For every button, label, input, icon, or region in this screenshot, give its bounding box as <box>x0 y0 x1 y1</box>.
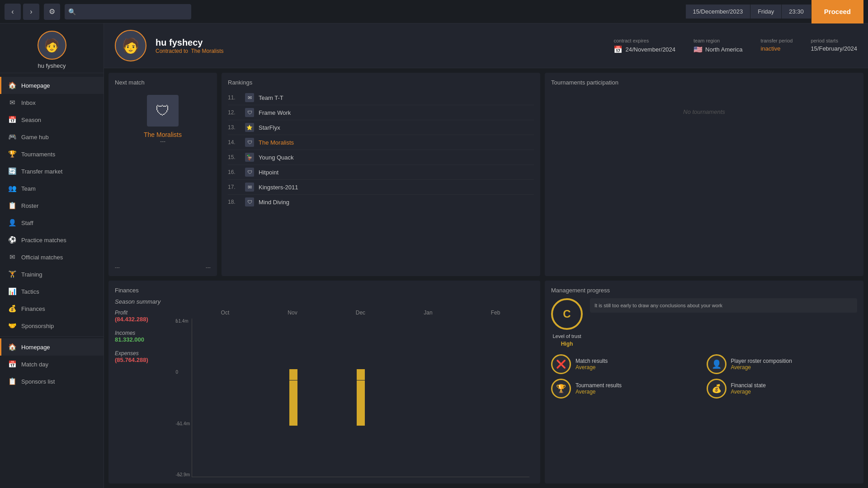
meta-contract-value: 📅 24/November/2024 <box>613 45 675 54</box>
sidebar-item-practice[interactable]: ⚽ Practice matches <box>0 231 104 249</box>
ranking-row: 16. 🛡 Hitpoint <box>228 165 534 180</box>
date-display: 15/December/2023 <box>686 5 751 19</box>
match-results-label: Match results <box>576 358 608 364</box>
tournament-info: Tournament results Average <box>576 382 622 395</box>
proceed-button[interactable]: Proceed <box>811 0 863 23</box>
tournaments-icon: 🏆 <box>8 150 17 159</box>
sidebar-item-homepage[interactable]: 🏠 Homepage <box>0 77 104 94</box>
tournament-label: Tournament results <box>576 382 622 389</box>
matchday-icon: 📅 <box>8 360 17 369</box>
income-bar <box>289 369 297 380</box>
finances-card: Finances Season summary Profit (84.432.2… <box>108 281 540 484</box>
rank-name: StarFlyx <box>259 124 534 131</box>
management-card: Management progress C Level of trust Hig… <box>545 281 863 484</box>
rankings-card: Rankings 11. ✉ Team T-T 12. 🛡 Frame Work… <box>222 73 540 276</box>
sidebar-item-tournaments[interactable]: 🏆 Tournaments <box>0 145 104 163</box>
time-display: 23:30 <box>782 5 811 19</box>
sidebar-item-official[interactable]: ✉ Official matches <box>0 249 104 266</box>
sidebar-label-sponsorship: Sponsorship <box>21 323 54 329</box>
rank-num: 11. <box>228 94 241 101</box>
sidebar-item-season[interactable]: 📅 Season <box>0 111 104 128</box>
sidebar-label-tactics: Tactics <box>21 288 39 295</box>
trust-circle: C <box>551 298 583 330</box>
dashboard: Next match 🛡 The Moralists --- --- --- R… <box>104 68 868 488</box>
trust-letter: C <box>563 308 571 320</box>
chart-bars <box>192 319 529 478</box>
sidebar-item-transfer[interactable]: 🔄 Transfer market <box>0 163 104 180</box>
expense-bar <box>357 380 365 426</box>
management-top: C Level of trust High It is still too ea… <box>551 298 857 347</box>
official-icon: ✉ <box>8 253 17 262</box>
sidebar-label-practice: Practice matches <box>21 237 66 244</box>
ranking-row: 13. ⭐ StarFlyx <box>228 120 534 135</box>
sidebar-item-matchday[interactable]: 📅 Match day <box>0 356 104 373</box>
sidebar-item-tactics[interactable]: 📊 Tactics <box>0 283 104 300</box>
match-score: --- <box>115 138 211 145</box>
rank-num: 14. <box>228 139 241 145</box>
search-input[interactable] <box>65 4 191 19</box>
season-summary-title: Season summary <box>115 298 534 305</box>
rank-icon: 🦆 <box>245 153 254 162</box>
profile-header: 🧑 hu fyshecy Contracted to The Moralists… <box>104 23 868 68</box>
sidebar: 🧑 hu fyshecy 🏠 Homepage ✉ Inbox 📅 Season… <box>0 23 104 488</box>
forward-button[interactable]: › <box>23 4 39 20</box>
sidebar-item-staff[interactable]: 👤 Staff <box>0 214 104 231</box>
sidebar-label-homepage: Homepage <box>21 82 50 89</box>
sidebar-item-sponsorship[interactable]: 🤝 Sponsorship <box>0 317 104 334</box>
sidebar-item-finances[interactable]: 💰 Finances <box>0 300 104 317</box>
ranking-row: 18. 🛡 Mind Diving <box>228 195 534 209</box>
sidebar-label-homepage2: Homepage <box>21 344 50 351</box>
rank-icon: 🛡 <box>245 108 254 117</box>
rank-icon: 🛡 <box>245 197 254 206</box>
mgmt-match-results: ❌ Match results Average <box>551 354 702 374</box>
chart-area: Oct Nov Dec Jan Feb ɓ1.4m 0 -ɓ1.4m -ɓ2. <box>187 310 534 478</box>
rank-name: Young Quack <box>259 154 534 161</box>
sidebar-item-sponsors[interactable]: 📋 Sponsors list <box>0 373 104 390</box>
back-button[interactable]: ‹ <box>5 4 21 20</box>
sidebar-label-team: Team <box>21 185 36 192</box>
sidebar-label-finances: Finances <box>21 305 45 312</box>
sidebar-item-roster[interactable]: 📋 Roster <box>0 197 104 214</box>
expense-bar <box>289 380 297 426</box>
empty-bar <box>424 397 432 399</box>
bar-group <box>424 319 432 477</box>
financial-info: Financial state Average <box>731 382 766 395</box>
mgmt-tournament: 🏆 Tournament results Average <box>551 379 702 399</box>
rank-num: 17. <box>228 184 241 190</box>
season-icon: 📅 <box>8 115 17 124</box>
sidebar-label-matchday: Match day <box>21 361 48 368</box>
ranking-row: 17. ✉ Kingsters-2011 <box>228 180 534 195</box>
practice-icon: ⚽ <box>8 235 17 244</box>
sidebar-item-training[interactable]: 🏋 Training <box>0 266 104 283</box>
team-name-header: The Moralists <box>191 48 224 54</box>
meta-period-label: period starts <box>811 38 857 43</box>
meta-region-value: 🇺🇸 North America <box>693 45 742 54</box>
meta-period: period starts 15/February/2024 <box>811 38 857 54</box>
trust-description: It is still too early to draw any conclu… <box>590 298 857 313</box>
finances-title: Finances <box>115 287 534 294</box>
gamehub-icon: 🎮 <box>8 132 17 141</box>
sidebar-label-season: Season <box>21 117 41 123</box>
profile-info: hu fyshecy Contracted to The Moralists <box>156 38 224 54</box>
rank-icon: ✉ <box>245 183 254 192</box>
match-results-info: Match results Average <box>576 358 608 371</box>
sponsorship-icon: 🤝 <box>8 321 17 330</box>
sidebar-nav: 🏠 Homepage ✉ Inbox 📅 Season 🎮 Game hub 🏆… <box>0 73 104 394</box>
empty-bar <box>222 397 230 399</box>
meta-region-label: team region <box>693 38 742 43</box>
match-results-icon: ❌ <box>551 354 571 374</box>
financial-value: Average <box>731 389 766 395</box>
sidebar-item-inbox[interactable]: ✉ Inbox <box>0 94 104 111</box>
next-match-card: Next match 🛡 The Moralists --- --- --- <box>108 73 217 276</box>
rank-name: Team T-T <box>259 94 534 101</box>
settings-button[interactable]: ⚙ <box>44 4 60 20</box>
sidebar-item-gamehub[interactable]: 🎮 Game hub <box>0 128 104 145</box>
sidebar-item-team[interactable]: 👥 Team <box>0 180 104 197</box>
search-wrap: 🔍 <box>65 4 160 19</box>
finances-icon: 💰 <box>8 304 17 313</box>
rankings-list: 11. ✉ Team T-T 12. 🛡 Frame Work 13. ⭐ St… <box>228 90 534 209</box>
trust-block: C Level of trust High <box>551 298 583 347</box>
rank-num: 15. <box>228 154 241 160</box>
sidebar-item-homepage2[interactable]: 🏠 Homepage <box>0 338 104 356</box>
sponsors-icon: 📋 <box>8 377 17 386</box>
